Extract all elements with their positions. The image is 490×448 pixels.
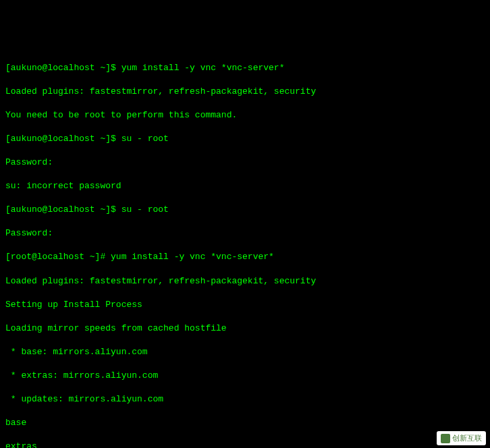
terminal-line: [aukuno@localhost ~]$ yum install -y vnc… [5, 62, 485, 74]
logo-icon [441, 434, 450, 443]
terminal-line: * base: mirrors.aliyun.com [5, 346, 485, 358]
terminal-line: Loaded plugins: fastestmirror, refresh-p… [5, 275, 485, 287]
terminal-line: Setting up Install Process [5, 299, 485, 311]
terminal-line: [aukuno@localhost ~]$ su - root [5, 204, 485, 216]
terminal-line: [root@localhost ~]# yum install -y vnc *… [5, 251, 485, 263]
terminal-output[interactable]: [aukuno@localhost ~]$ yum install -y vnc… [5, 50, 485, 448]
terminal-line: Loaded plugins: fastestmirror, refresh-p… [5, 86, 485, 98]
watermark-text: 创新互联 [452, 433, 482, 443]
terminal-line: su: incorrect password [5, 180, 485, 192]
terminal-line: Password: [5, 157, 485, 169]
terminal-line: * updates: mirrors.aliyun.com [5, 393, 485, 405]
watermark-badge: 创新互联 [437, 431, 486, 445]
terminal-line: base [5, 417, 485, 429]
terminal-line: extras [5, 441, 485, 448]
terminal-line: Loading mirror speeds from cached hostfi… [5, 323, 485, 335]
terminal-line: [aukuno@localhost ~]$ su - root [5, 133, 485, 145]
terminal-line: You need to be root to perform this comm… [5, 109, 485, 121]
terminal-line: Password: [5, 227, 485, 240]
terminal-line: * extras: mirrors.aliyun.com [5, 370, 485, 382]
